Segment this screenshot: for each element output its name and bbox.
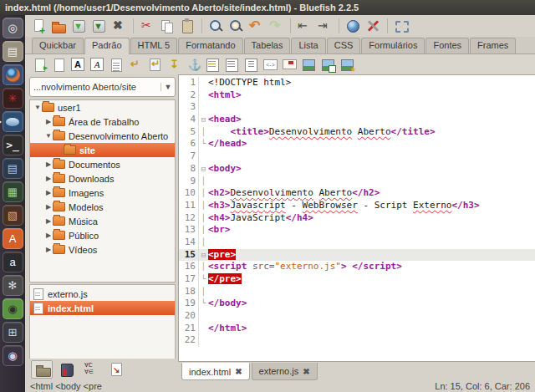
cut-button[interactable] xyxy=(139,18,156,35)
thumbnail-button[interactable] xyxy=(320,57,336,73)
code-line[interactable]: 2<html> xyxy=(179,89,535,102)
launcher-files[interactable]: ▤ xyxy=(3,41,23,62)
code-line[interactable]: 5│ <title>Desenvolvimento Aberto</title> xyxy=(179,126,535,139)
indent-button[interactable] xyxy=(316,18,334,35)
fullscreen-button[interactable] xyxy=(393,18,410,35)
file-item-index.html[interactable]: index.html xyxy=(30,301,175,315)
fold-marker-icon[interactable]: ⊟ xyxy=(199,249,208,262)
doc-tab-externo.js[interactable]: externo.js✖ xyxy=(252,363,318,380)
tree-item-música[interactable]: ▶Música xyxy=(30,214,175,228)
break-button[interactable] xyxy=(128,57,144,73)
tree-item-site[interactable]: site xyxy=(30,143,175,157)
code-line[interactable]: 21</html> xyxy=(179,323,535,335)
open-button[interactable] xyxy=(50,18,68,35)
code-line[interactable]: 11│<h3>Javascript - WebBrowser - Script … xyxy=(179,200,535,212)
code-editor[interactable]: 1<!DOCTYPE html>2<html>34⊟<head>5│ <titl… xyxy=(178,74,535,362)
close-icon[interactable]: ✖ xyxy=(235,367,242,376)
code-line[interactable]: 13│<br> xyxy=(179,224,535,237)
window-titlebar[interactable]: index.html (/home/user1/Desenvolvimento … xyxy=(0,0,535,15)
launcher-firefox[interactable] xyxy=(3,64,23,85)
launcher-amazon[interactable]: a xyxy=(3,252,23,272)
expander-icon[interactable]: ▶ xyxy=(44,246,53,253)
launcher-libreoffice-writer[interactable]: ▤ xyxy=(3,158,23,179)
launcher-workspace-switcher[interactable]: ⊞ xyxy=(3,322,23,343)
code-line[interactable]: 9│ xyxy=(179,176,535,188)
right-button[interactable] xyxy=(243,57,259,73)
code-line[interactable]: 20 xyxy=(179,310,535,323)
nbsp-button[interactable] xyxy=(166,57,182,73)
toolbar-tab-quickbar[interactable]: Quickbar xyxy=(32,38,84,53)
expander-icon[interactable]: ▶ xyxy=(44,189,53,196)
code-line[interactable]: 3 xyxy=(179,101,535,114)
prefs-button[interactable] xyxy=(364,18,382,35)
tree-item-desenvolvimento-aberto[interactable]: ▼Desenvolvimento Aberto xyxy=(30,129,175,143)
launcher-bluefish[interactable] xyxy=(3,111,23,132)
expander-icon[interactable]: ▶ xyxy=(44,118,53,125)
quickstart-button[interactable] xyxy=(32,57,48,73)
paragraph-button[interactable] xyxy=(109,57,125,73)
tree-item-modelos[interactable]: ▶Modelos xyxy=(30,200,175,214)
bookmarks-tab[interactable] xyxy=(56,360,78,379)
code-line[interactable]: 19└</body> xyxy=(179,298,535,310)
filebrowser-tab[interactable] xyxy=(31,360,53,379)
code-line[interactable]: 18│ xyxy=(179,286,535,298)
bold-button[interactable] xyxy=(70,57,86,73)
copy-button[interactable] xyxy=(159,18,176,35)
image-button[interactable] xyxy=(301,57,317,73)
multithumb-button[interactable] xyxy=(339,57,355,73)
launcher-terminal[interactable]: >_ xyxy=(3,135,23,155)
toolbar-tab-tabelas[interactable]: Tabelas xyxy=(244,38,291,53)
tree-item-documentos[interactable]: ▶Documentos xyxy=(30,157,175,171)
toolbar-tab-formatando[interactable]: Formatando xyxy=(178,38,242,53)
code-line[interactable]: 17└</pre> xyxy=(179,273,535,286)
launcher-onboard[interactable]: ◉ xyxy=(3,298,23,319)
code-line[interactable]: 22 xyxy=(179,334,535,347)
tree-item-user1[interactable]: ▼user1 xyxy=(30,100,175,115)
body-button[interactable] xyxy=(51,57,67,73)
snippets-tab[interactable] xyxy=(106,360,128,379)
find-button[interactable] xyxy=(207,18,225,35)
code-line[interactable]: 4⊟<head> xyxy=(179,114,535,126)
chevron-down-icon[interactable]: ▼ xyxy=(160,83,175,91)
new-button[interactable] xyxy=(30,18,48,35)
code-line[interactable]: 8⊟<body> xyxy=(179,163,535,176)
code-line[interactable]: 7 xyxy=(179,150,535,163)
paste-button[interactable] xyxy=(179,18,196,35)
toolbar-tab-lista[interactable]: Lista xyxy=(291,38,325,53)
launcher-libreoffice-calc[interactable]: ▦ xyxy=(3,181,23,202)
expander-icon[interactable]: ▶ xyxy=(44,175,53,182)
toolbar-tab-html-5[interactable]: HTML 5 xyxy=(130,38,178,53)
center-button[interactable] xyxy=(205,57,221,73)
tree-item-vídeos[interactable]: ▶Vídeos xyxy=(30,242,175,257)
doc-tab-index.html[interactable]: index.html✖ xyxy=(181,363,250,380)
unindent-button[interactable] xyxy=(296,18,313,35)
code-line[interactable]: 1<!DOCTYPE html> xyxy=(179,77,535,89)
tree-item-downloads[interactable]: ▶Downloads xyxy=(30,171,175,186)
replace-button[interactable] xyxy=(227,18,245,35)
toolbar-tab-formulários[interactable]: Formulários xyxy=(361,38,425,53)
tree-item-área-de-trabalho[interactable]: ▶Área de Trabalho xyxy=(30,115,175,129)
div-button[interactable] xyxy=(224,57,240,73)
comment-button[interactable] xyxy=(262,57,278,73)
expander-icon[interactable]: ▼ xyxy=(44,132,53,140)
close-icon[interactable]: ✖ xyxy=(303,367,309,376)
file-item-externo.js[interactable]: externo.js xyxy=(30,287,175,301)
charmap-tab[interactable] xyxy=(81,360,103,379)
code-line[interactable]: 12│<h4>JavaScript</h4> xyxy=(179,212,535,225)
toolbar-tab-frames[interactable]: Frames xyxy=(470,38,516,53)
tree-item-público[interactable]: ▶Público xyxy=(30,228,175,242)
close-button[interactable] xyxy=(110,18,128,35)
expander-icon[interactable]: ▶ xyxy=(44,160,53,168)
launcher-dash-home[interactable]: ◎ xyxy=(3,18,23,38)
expander-icon[interactable]: ▶ xyxy=(44,217,53,225)
tree-item-imagens[interactable]: ▶Imagens xyxy=(30,186,175,200)
expander-icon[interactable]: ▶ xyxy=(44,203,53,211)
browser-button[interactable] xyxy=(344,18,362,35)
launcher-web-app[interactable]: ✳ xyxy=(3,88,23,109)
code-line[interactable]: 10│<h2>Desenvolvimento Aberto</h2> xyxy=(179,187,535,200)
email-button[interactable] xyxy=(282,57,298,73)
toolbar-tab-css[interactable]: CSS xyxy=(327,38,361,53)
code-line[interactable]: 16│<script src="externo.js"> </script> xyxy=(179,261,535,273)
launcher-system-settings[interactable]: ✻ xyxy=(3,275,23,296)
italic-button[interactable] xyxy=(89,57,105,73)
